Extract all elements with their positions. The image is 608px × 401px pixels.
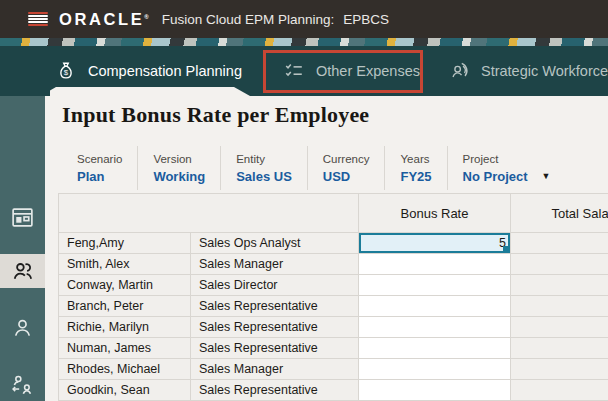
table-row: Goodkin, SeanSales Representative (59, 380, 608, 401)
pov-label: Currency (323, 153, 370, 165)
oracle-logo: ORACLE® (59, 10, 149, 29)
person-search-icon (448, 60, 470, 82)
bonus-rate-cell-selected[interactable]: 5 (359, 233, 511, 254)
sidebar-item-people-transfer[interactable] (0, 368, 45, 401)
vertical-nav-sidebar (0, 96, 45, 401)
top-bar: ORACLE® Fusion Cloud EPM Planning:EPBCS (0, 0, 608, 38)
table-row: Conway, MartinSales Director (59, 275, 608, 296)
theme-banner-strip (0, 38, 608, 46)
table-row: Feng,AmySales Ops Analyst5 (59, 233, 608, 254)
checklist-icon (283, 60, 305, 82)
pov-item-currency[interactable]: CurrencyUSD (308, 146, 386, 190)
employee-name-cell[interactable]: Goodkin, Sean (59, 380, 191, 401)
employee-name-cell[interactable]: Conway, Martin (59, 275, 191, 296)
bonus-rate-cell[interactable] (359, 359, 511, 380)
people-transfer-icon (10, 373, 35, 398)
employee-name-cell[interactable]: Feng,Amy (59, 233, 191, 254)
total-salary-cell[interactable] (511, 254, 608, 275)
sidebar-item-people[interactable] (0, 254, 45, 288)
tab-label: Compensation Planning (88, 63, 242, 79)
job-title-cell[interactable]: Sales Representative (191, 380, 359, 401)
main-content: Input Bonus Rate per Employee ScenarioPl… (45, 96, 608, 401)
total-salary-cell[interactable] (511, 317, 608, 338)
pov-value[interactable]: No Project▼ (463, 169, 551, 184)
pov-label: Project (463, 153, 551, 165)
grid-corner-header[interactable] (59, 194, 359, 233)
pov-item-years[interactable]: YearsFY25 (385, 146, 447, 190)
pov-item-scenario[interactable]: ScenarioPlan (62, 146, 138, 190)
sidebar-item-person[interactable] (0, 310, 45, 344)
person-icon (10, 315, 35, 340)
bonus-rate-cell[interactable] (359, 380, 511, 401)
pov-value[interactable]: Sales US (236, 169, 292, 184)
table-row: Numan, JamesSales Representative (59, 338, 608, 359)
tab-other-expenses[interactable]: Other Expenses (283, 46, 420, 96)
employee-name-cell[interactable]: Numan, James (59, 338, 191, 359)
job-title-cell[interactable]: Sales Ops Analyst (191, 233, 359, 254)
column-header-total-salary[interactable]: Total Salary (511, 194, 608, 233)
bonus-rate-cell[interactable] (359, 275, 511, 296)
employee-name-cell[interactable]: Richie, Marilyn (59, 317, 191, 338)
job-title-cell[interactable]: Sales Representative (191, 338, 359, 359)
active-tab-connector (50, 87, 250, 96)
pov-label: Years (400, 153, 431, 165)
bonus-rate-cell[interactable] (359, 338, 511, 359)
sidebar-item-dashboard[interactable] (0, 200, 45, 234)
svg-text:$: $ (64, 68, 69, 77)
total-salary-cell[interactable] (511, 296, 608, 317)
table-row: Richie, MarilynSales Representative (59, 317, 608, 338)
pov-value[interactable]: Plan (77, 169, 122, 184)
pov-bar: ScenarioPlanVersionWorkingEntitySales US… (62, 146, 565, 190)
data-grid: Bonus Rate Total Salary Feng,AmySales Op… (58, 193, 608, 401)
employee-name-cell[interactable]: Rhodes, Michael (59, 359, 191, 380)
app-window: ORACLE® Fusion Cloud EPM Planning:EPBCS … (0, 0, 608, 401)
page-title: Input Bonus Rate per Employee (62, 102, 369, 128)
app-title: Fusion Cloud EPM Planning:EPBCS (162, 12, 389, 27)
bonus-rate-cell[interactable] (359, 296, 511, 317)
job-title-cell[interactable]: Sales Manager (191, 359, 359, 380)
bonus-rate-cell[interactable] (359, 254, 511, 275)
total-salary-cell[interactable] (511, 380, 608, 401)
navigator-menu-icon[interactable] (28, 12, 48, 26)
job-title-cell[interactable]: Sales Director (191, 275, 359, 296)
bonus-rate-cell[interactable] (359, 317, 511, 338)
column-header-bonus-rate[interactable]: Bonus Rate (359, 194, 511, 233)
app-env-name: EPBCS (343, 12, 389, 27)
job-title-cell[interactable]: Sales Manager (191, 254, 359, 275)
total-salary-cell[interactable] (511, 338, 608, 359)
pov-value[interactable]: FY25 (400, 169, 431, 184)
money-bag-icon: $ (55, 60, 77, 82)
total-salary-cell[interactable] (511, 359, 608, 380)
table-row: Rhodes, MichaelSales Manager (59, 359, 608, 380)
pov-label: Entity (236, 153, 292, 165)
grid-header-row: Bonus Rate Total Salary (59, 194, 608, 233)
job-title-cell[interactable]: Sales Representative (191, 296, 359, 317)
table-row: Smith, AlexSales Manager (59, 254, 608, 275)
pov-label: Scenario (77, 153, 122, 165)
tab-label: Other Expenses (316, 63, 420, 79)
tab-label: Strategic Workforce (481, 63, 608, 79)
employee-name-cell[interactable]: Branch, Peter (59, 296, 191, 317)
pov-item-version[interactable]: VersionWorking (138, 146, 221, 190)
job-title-cell[interactable]: Sales Representative (191, 317, 359, 338)
pov-item-project[interactable]: ProjectNo Project▼ (448, 146, 566, 190)
people-icon (10, 259, 35, 284)
chevron-down-icon[interactable]: ▼ (542, 171, 551, 181)
total-salary-cell[interactable] (511, 233, 608, 254)
total-salary-cell[interactable] (511, 275, 608, 296)
pov-value[interactable]: Working (153, 169, 205, 184)
pov-item-entity[interactable]: EntitySales US (221, 146, 308, 190)
tab-strategic-workforce[interactable]: Strategic Workforce (448, 46, 608, 96)
table-row: Branch, PeterSales Representative (59, 296, 608, 317)
employee-name-cell[interactable]: Smith, Alex (59, 254, 191, 275)
dashboard-icon (10, 205, 35, 230)
pov-label: Version (153, 153, 205, 165)
pov-value[interactable]: USD (323, 169, 370, 184)
